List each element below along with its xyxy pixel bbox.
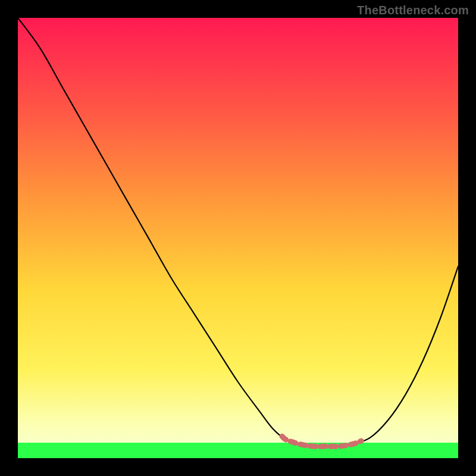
plot-gradient-area: [18, 18, 458, 458]
green-band: [18, 443, 458, 458]
bottleneck-curve-chart: [0, 0, 476, 476]
chart-stage: TheBottleneck.com: [0, 0, 476, 476]
